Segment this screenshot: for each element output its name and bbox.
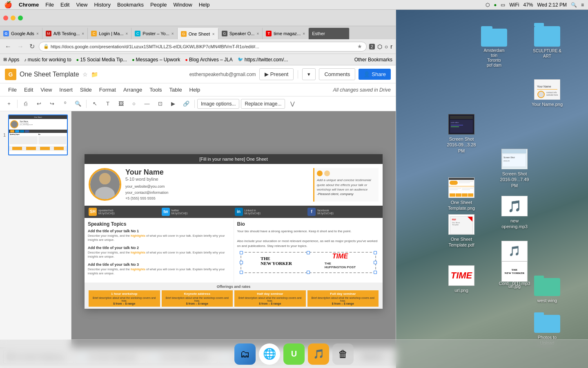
menu-file[interactable]: File (5, 85, 20, 94)
present-button[interactable]: ▶ Present (259, 68, 294, 80)
desktop-icon-onesheet-pdf[interactable]: PDF One Sheet Template One SheetTemplate… (445, 214, 478, 248)
tab-close-3[interactable]: × (126, 31, 128, 36)
bookmark-star[interactable]: ★ (357, 43, 362, 49)
tab-close-2[interactable]: × (82, 31, 84, 36)
link-btn[interactable]: 🔗 (180, 98, 192, 110)
desktop-icon-sculpture[interactable]: SCULPTURE & ART (531, 26, 564, 59)
menu-view[interactable]: View (37, 85, 55, 94)
bookmark-other[interactable]: Other Bookmarks (354, 57, 392, 63)
dropbox-icon[interactable]: ⬡ (486, 2, 490, 8)
tab-close-4[interactable]: × (172, 31, 174, 36)
extension-icon-2[interactable]: ○ (385, 43, 388, 50)
forward-button[interactable]: → (16, 42, 25, 51)
shape-btn[interactable]: ○ (128, 98, 140, 110)
search-icon[interactable]: 🔍 (571, 2, 577, 8)
tab-close-6[interactable]: × (256, 31, 259, 36)
app-name[interactable]: Chrome (19, 2, 39, 8)
desktop-icon-url-jpg[interactable]: THENEW YORKER url.jpg (498, 261, 531, 289)
menu-arrange[interactable]: Arrange (120, 85, 145, 94)
bookmark-music[interactable]: ♪music for working to (24, 57, 71, 63)
video-btn[interactable]: ▶ (167, 98, 179, 110)
publications-area[interactable]: THENEW YORKER TIME THEHUFFINGTON POST (241, 252, 376, 273)
tab-speaker[interactable]: G Speaker O... × (218, 28, 263, 39)
bookmark-twitter[interactable]: 🐦https://twitter.com/... (238, 57, 288, 63)
desktop-icon-mp3-new[interactable]: 🎵 new opening.mp3 (498, 196, 531, 230)
menu-bookmarks[interactable]: Bookmarks (117, 2, 144, 8)
minimize-button[interactable] (11, 16, 16, 20)
tab-close-5[interactable]: × (212, 32, 215, 36)
slide-canvas[interactable]: [Fill in your name here] One Sheet (71, 111, 396, 352)
refresh-button[interactable]: ↻ (28, 42, 36, 51)
bookmark-social[interactable]: ●15 Social Media Tip... (76, 57, 127, 63)
undo-btn[interactable]: ↩ (33, 98, 45, 110)
comments-button[interactable]: Comments (319, 68, 355, 80)
tab-close[interactable]: × (36, 31, 39, 36)
extension-icon-1[interactable]: ⬡ (377, 43, 382, 50)
desktop-icon-onesheet-png[interactable]: One SheetTemplate.png (445, 177, 478, 211)
add-slide-btn[interactable]: + (3, 98, 15, 110)
menu-view[interactable]: View (76, 2, 87, 8)
select-btn[interactable]: ↖ (89, 98, 100, 110)
menu-tools[interactable]: Tools (146, 85, 165, 94)
maximize-button[interactable] (18, 16, 23, 20)
line-btn[interactable]: — (141, 98, 153, 110)
menu-format[interactable]: Format (96, 85, 119, 94)
tab-esther[interactable]: Esther (309, 28, 350, 39)
tab-ab-testing[interactable]: M A/B Testing... × (42, 28, 88, 39)
desktop-icon-screenshot1[interactable]: code editor Screen Shot2016-09...3.28 PM (445, 114, 478, 154)
dock-chrome[interactable]: 🌐 (259, 343, 280, 365)
menu-table[interactable]: Table (166, 85, 185, 94)
desktop-icon-west-wing[interactable]: west wing (531, 276, 564, 303)
menu-insert[interactable]: Insert (56, 85, 76, 94)
tab-time[interactable]: T time magaz... × (263, 28, 309, 39)
slide-thumbnail-1[interactable]: One Sheet Your Name 5-10 word byline you… (8, 114, 68, 155)
tab-login[interactable]: C Login | Ma... × (88, 28, 131, 39)
bookmark-apps[interactable]: ⊞Apps (3, 57, 19, 63)
apple-menu[interactable]: 🍎 (4, 1, 12, 9)
bookmark-messages[interactable]: ●Messages – Upwork (132, 57, 180, 63)
desktop-icon-amsterdam[interactable]: AmsterdamtoinTorontopof dam (478, 26, 510, 68)
present-dropdown[interactable]: ▾ (302, 68, 316, 80)
menu-slide[interactable]: Slide (77, 85, 95, 94)
image-options-btn[interactable]: Image options... (197, 99, 239, 109)
desktop-icon-url-png[interactable]: TIME url.png (445, 265, 478, 293)
extension-icon-3[interactable]: r (390, 43, 392, 50)
favorite-icon[interactable]: ☆ (82, 71, 88, 78)
user-email[interactable]: estherspeakerhub@gmail.com (189, 72, 256, 77)
search-btn[interactable]: 🔍 (72, 98, 84, 110)
desktop-icon-yourname[interactable]: Your Name contact info website here Your… (531, 79, 564, 107)
tab-one-sheet[interactable]: G One Sheet × (178, 28, 218, 39)
redo-btn[interactable]: ↪ (46, 98, 58, 110)
tab-google-ads[interactable]: G Google Ads × (0, 28, 42, 39)
dock-music[interactable]: 🎵 (308, 343, 329, 365)
print-btn[interactable]: ⎙ (20, 98, 31, 110)
menu-edit[interactable]: Edit (21, 85, 36, 94)
dock-upwork[interactable]: U (283, 343, 305, 365)
folder-icon[interactable]: 📁 (91, 71, 98, 78)
upm-icon[interactable]: ● (494, 2, 497, 8)
menu-people[interactable]: People (150, 2, 167, 8)
dock-trash[interactable]: 🗑 (332, 343, 354, 365)
menu-help[interactable]: Help (199, 2, 210, 8)
menu-help[interactable]: Help (186, 85, 204, 94)
bookmark-blog[interactable]: ●Blog Archives – JLA (185, 57, 232, 63)
close-button[interactable] (3, 16, 8, 20)
table-btn[interactable]: ⊡ (154, 98, 166, 110)
expand-btn[interactable]: ⋁ (287, 98, 298, 110)
back-button[interactable]: ← (3, 42, 13, 51)
menu-history[interactable]: History (94, 2, 110, 8)
display-icon[interactable]: ▭ (501, 2, 505, 8)
tab-close-7[interactable]: × (303, 31, 305, 36)
tab-poster[interactable]: C Poster – Yo... × (131, 28, 177, 39)
replace-image-btn[interactable]: Replace image... (241, 99, 285, 109)
wifi-icon[interactable]: WiFi (509, 2, 519, 8)
share-button[interactable]: 👤 Share (359, 69, 391, 80)
image-btn[interactable]: 🖼 (115, 98, 127, 110)
menu-file[interactable]: File (45, 2, 54, 8)
dock-finder[interactable]: 🗂 (234, 343, 256, 365)
notification-icon[interactable]: ≡ (581, 2, 584, 8)
desktop-icon-screenshot2[interactable]: Screen Shot 2016-09 Screen Shot2016-09..… (498, 149, 531, 188)
menu-edit[interactable]: Edit (60, 2, 69, 8)
address-bar[interactable]: 🔒 https://docs.google.com/presentation/d… (39, 42, 367, 52)
text-btn[interactable]: T (102, 98, 114, 110)
